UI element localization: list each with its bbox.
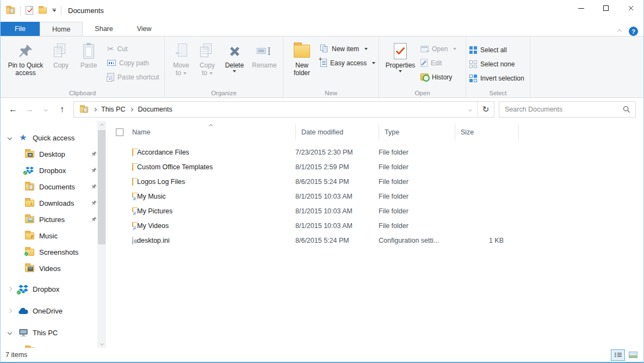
column-header-type[interactable]: Type — [379, 124, 455, 140]
sidebar-item-desktop[interactable]: Desktop — [1, 146, 107, 162]
group-label-new: New — [283, 90, 379, 96]
up-button[interactable]: ↑ — [54, 101, 70, 118]
sidebar-item-screenshots[interactable]: ✓ Screenshots — [1, 244, 107, 260]
help-icon[interactable]: ? — [629, 27, 638, 36]
thumbnail-view-button[interactable] — [626, 349, 640, 361]
downloads-folder-icon: ↓ — [25, 200, 34, 207]
videos-folder-icon — [25, 265, 34, 272]
maximize-button[interactable] — [593, 0, 618, 16]
address-dropdown-button[interactable] — [463, 102, 478, 117]
sidebar-scrollbar[interactable] — [97, 121, 106, 348]
breadcrumb-this-pc[interactable]: This PC — [101, 106, 125, 113]
history-button[interactable]: History — [420, 71, 456, 83]
copy-path-icon — [107, 60, 116, 66]
column-header-name[interactable]: Name — [132, 124, 295, 140]
sidebar-item-downloads[interactable]: ↓ Downloads — [1, 195, 107, 211]
pin-to-quick-access-button[interactable]: Pin to Quick access — [4, 40, 47, 77]
music-folder-shortcut-icon: ♪↗ — [132, 193, 133, 200]
back-button[interactable]: ← — [5, 101, 21, 118]
select-none-button[interactable]: Select none — [469, 58, 524, 70]
ribbon-group-new: New folder New item Easy access New — [283, 36, 379, 97]
recent-locations-button[interactable] — [38, 101, 54, 118]
move-to-button[interactable]: ← Move to — [168, 40, 194, 77]
new-folder-button[interactable]: New folder — [287, 40, 317, 77]
file-row[interactable]: ↗My Videos 8/1/2015 10:03 AM File folder — [116, 218, 643, 233]
scissors-icon: ✂ — [107, 45, 114, 53]
file-row[interactable]: ♪↗My Music 8/1/2015 10:03 AM File folder — [116, 189, 643, 204]
column-header-date-modified[interactable]: Date modified — [295, 124, 379, 140]
ribbon-tab-bar: File Home Share View ? — [1, 21, 643, 36]
details-view-button[interactable] — [611, 349, 625, 361]
ribbon-group-clipboard: Pin to Quick access Copy Paste ✂Cut Copy… — [1, 36, 165, 97]
search-icon[interactable] — [623, 106, 630, 113]
select-all-icon — [469, 46, 477, 54]
refresh-button[interactable]: ↻ — [478, 102, 494, 117]
title-bar: Documents — [1, 0, 643, 21]
sidebar-item-this-pc[interactable]: This PC — [1, 322, 107, 343]
delete-button[interactable]: Delete — [220, 40, 249, 72]
paste-shortcut-button[interactable]: Paste shortcut — [107, 71, 159, 83]
tab-home[interactable]: Home — [40, 22, 83, 36]
file-row[interactable]: ↗My Pictures 8/1/2015 10:03 AM File fold… — [116, 204, 643, 218]
close-button[interactable] — [618, 0, 643, 16]
tab-file[interactable]: File — [1, 22, 40, 36]
breadcrumb-documents[interactable]: Documents — [138, 106, 172, 113]
invert-selection-icon — [469, 75, 477, 82]
properties-shortcut-icon[interactable] — [26, 6, 33, 15]
file-row[interactable]: Logos Log Files 8/6/2015 5:24 PM File fo… — [116, 174, 643, 189]
edit-button[interactable]: Edit — [420, 57, 456, 69]
sidebar-item-quick-access[interactable]: ★ Quick access — [1, 130, 107, 146]
sidebar-item-dropbox-quick[interactable]: ✓ Dropbox — [1, 162, 107, 179]
scroll-up-arrow[interactable] — [97, 121, 106, 130]
tab-share[interactable]: Share — [83, 22, 125, 36]
window-title: Documents — [68, 7, 104, 15]
sidebar-item-music[interactable]: ♪ Music — [1, 227, 107, 244]
navigation-pane: ★ Quick access Desktop ✓ Dropbox Documen… — [1, 121, 107, 348]
pin-icon — [91, 167, 97, 174]
file-row[interactable]: Custom Office Templates 8/1/2015 2:59 PM… — [116, 159, 643, 174]
cut-button[interactable]: ✂Cut — [107, 43, 159, 54]
customize-qat-button[interactable] — [52, 9, 56, 12]
copy-to-button[interactable]: Copy to — [194, 40, 220, 77]
forward-button[interactable]: → — [21, 101, 38, 118]
breadcrumb-chevron-icon[interactable] — [93, 107, 97, 111]
sidebar-item-videos[interactable]: Videos — [1, 260, 107, 276]
location-icon — [80, 106, 88, 113]
address-bar[interactable]: This PC Documents ↻ — [73, 101, 494, 118]
file-row[interactable]: desktop.ini 8/6/2015 5:24 PM Configurati… — [116, 233, 643, 248]
select-all-checkbox[interactable] — [116, 128, 123, 136]
chevron-down-icon[interactable] — [8, 330, 12, 335]
invert-selection-button[interactable]: Invert selection — [469, 72, 524, 84]
chevron-right-icon[interactable] — [8, 287, 12, 291]
search-input[interactable] — [499, 106, 623, 113]
new-item-button[interactable]: New item — [320, 43, 375, 54]
folder-icon — [132, 149, 133, 156]
rename-button[interactable]: I Rename — [249, 40, 280, 69]
sidebar-item-dropbox-root[interactable]: ✓ Dropbox — [1, 278, 107, 300]
copy-button[interactable]: Copy — [47, 40, 75, 69]
close-icon — [628, 5, 634, 11]
tab-view[interactable]: View — [125, 22, 164, 36]
select-all-button[interactable]: Select all — [469, 44, 524, 56]
easy-access-button[interactable]: Easy access — [320, 57, 375, 69]
file-row[interactable]: Accordance Files 7/23/2015 2:30 PM File … — [116, 145, 643, 159]
minimize-button[interactable] — [568, 0, 593, 16]
open-button[interactable]: Open — [420, 43, 456, 54]
sidebar-item-partial[interactable] — [1, 343, 107, 348]
chevron-down-icon[interactable] — [8, 136, 12, 140]
new-folder-shortcut-icon[interactable] — [39, 7, 47, 14]
sidebar-item-documents[interactable]: Documents — [1, 179, 107, 195]
collapse-ribbon-icon[interactable] — [617, 29, 622, 33]
ribbon-group-organize: ← Move to Copy to Delete I Rename Organi… — [165, 36, 283, 97]
scroll-down-arrow[interactable] — [97, 339, 106, 348]
sidebar-item-pictures[interactable]: Pictures — [1, 211, 107, 227]
column-header-size[interactable]: Size — [455, 124, 504, 140]
paste-button[interactable]: Paste — [75, 40, 103, 69]
documents-folder-icon — [25, 183, 34, 190]
breadcrumb-chevron-icon[interactable] — [129, 107, 133, 111]
sidebar-item-onedrive[interactable]: OneDrive — [1, 300, 107, 322]
scrollbar-thumb[interactable] — [98, 130, 106, 244]
chevron-right-icon[interactable] — [8, 309, 12, 313]
properties-button[interactable]: Properties — [382, 40, 418, 72]
copy-path-button[interactable]: Copy path — [107, 57, 159, 69]
